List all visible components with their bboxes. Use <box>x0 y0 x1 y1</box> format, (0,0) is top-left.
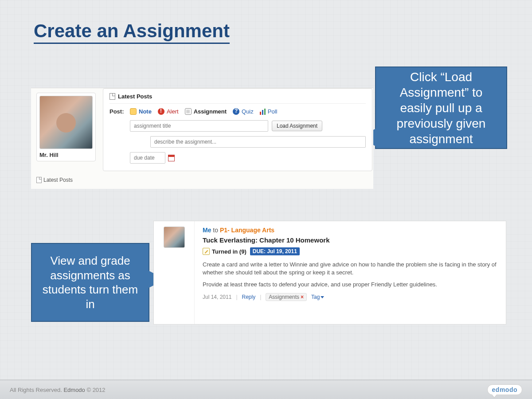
tab-label: Alert <box>167 108 179 115</box>
callout-view-grade: View and grade assignments as students t… <box>31 243 149 322</box>
footer-rights: All Rights Reserved. <box>10 387 62 393</box>
profile-card: Mr. Hill <box>36 93 96 161</box>
assignment-icon <box>185 108 192 115</box>
slide-footer: All Rights Reserved. Edmodo © 2012 edmod… <box>0 379 532 399</box>
sidebar-latest-posts[interactable]: Latest Posts <box>36 177 73 183</box>
footer-text: All Rights Reserved. Edmodo © 2012 <box>10 387 106 393</box>
status-row: Turned in (9) DUE: Jul 19, 2011 <box>203 247 498 255</box>
edit-icon <box>203 248 210 255</box>
alert-icon <box>158 108 164 115</box>
tab-label: Poll <box>268 108 278 115</box>
title-row: Load Assignment <box>130 120 366 132</box>
callout-text: View and grade assignments as students t… <box>40 254 141 311</box>
avatar-face-icon <box>56 113 76 133</box>
poll-icon <box>260 109 266 115</box>
assignment-post-title: Tuck Everlasting: Chapter 10 Homework <box>203 236 498 244</box>
post-group[interactable]: P1- Language Arts <box>220 227 274 234</box>
assignment-describe-input[interactable] <box>150 136 366 148</box>
tab-alert[interactable]: Alert <box>158 108 179 115</box>
chevron-down-icon <box>321 296 324 298</box>
post-avatar-column <box>154 221 195 324</box>
footer-copyright: © 2012 <box>86 387 105 393</box>
document-icon <box>36 177 42 183</box>
describe-row <box>130 136 366 148</box>
post-body: Me to P1- Language Arts Tuck Everlasting… <box>195 221 506 324</box>
remove-tag-icon[interactable]: × <box>301 294 304 300</box>
tab-assignment[interactable]: Assignment <box>185 108 227 115</box>
tab-note[interactable]: Note <box>130 108 152 115</box>
sidebar-latest-label: Latest Posts <box>43 177 73 183</box>
tab-label: Quiz <box>242 108 254 115</box>
tag-label: Tag <box>311 294 320 300</box>
due-row <box>130 152 366 164</box>
footer-brand: Edmodo <box>63 387 85 393</box>
due-date-input[interactable] <box>130 152 165 164</box>
quiz-icon <box>233 108 239 115</box>
assignments-tag-pill[interactable]: Assignments × <box>266 293 307 301</box>
turned-in-label: Turned in (9) <box>212 248 246 255</box>
composer-area: Latest Posts Post: Note Alert Assignment… <box>103 88 372 171</box>
post-author[interactable]: Me <box>203 227 211 234</box>
post-meta-row: Jul 14, 2011 | Reply | Assignments × Tag <box>203 293 498 301</box>
assignment-post-panel: Me to P1- Language Arts Tuck Everlasting… <box>153 221 506 325</box>
turned-in-link[interactable]: Turned in (9) <box>203 248 246 255</box>
callout-text: Click “Load Assignment” to easily pull u… <box>384 69 498 147</box>
tab-quiz[interactable]: Quiz <box>233 108 254 115</box>
post-label: Post: <box>110 108 130 115</box>
assignment-body: Create a card and write a letter to Winn… <box>203 261 498 289</box>
tab-label: Assignment <box>194 108 227 115</box>
composer-panel: Mr. Hill Latest Posts Latest Posts Post:… <box>31 88 373 189</box>
footer-logo: edmodo <box>487 384 522 395</box>
avatar <box>164 227 185 248</box>
post-type-row: Post: Note Alert Assignment Quiz Poll <box>110 108 366 115</box>
calendar-icon[interactable] <box>168 155 175 161</box>
assignment-paragraph: Create a card and write a letter to Winn… <box>203 261 498 276</box>
tab-poll[interactable]: Poll <box>260 108 278 115</box>
post-date: Jul 14, 2011 <box>203 294 231 300</box>
due-badge: DUE: Jul 19, 2011 <box>250 247 300 255</box>
assignment-title-input[interactable] <box>130 120 268 132</box>
callout-load-assignment: Click “Load Assignment” to easily pull u… <box>375 66 507 149</box>
note-icon <box>130 108 137 115</box>
assignment-paragraph: Provide at least three facts to defend y… <box>203 281 498 289</box>
avatar <box>39 96 93 149</box>
slide-title: Create an Assignment <box>34 20 230 44</box>
pill-label: Assignments <box>269 294 299 300</box>
composer-header: Latest Posts <box>110 93 366 104</box>
tab-label: Note <box>139 108 152 115</box>
to-label: to <box>213 227 218 234</box>
load-assignment-button[interactable]: Load Assignment <box>272 121 322 131</box>
composer-header-label: Latest Posts <box>118 93 152 100</box>
reply-link[interactable]: Reply <box>242 294 256 300</box>
tag-dropdown[interactable]: Tag <box>311 294 324 300</box>
logo-bubble-icon: edmodo <box>487 384 522 395</box>
document-icon <box>110 93 115 100</box>
post-to-line: Me to P1- Language Arts <box>203 227 498 234</box>
profile-name: Mr. Hill <box>39 152 93 158</box>
